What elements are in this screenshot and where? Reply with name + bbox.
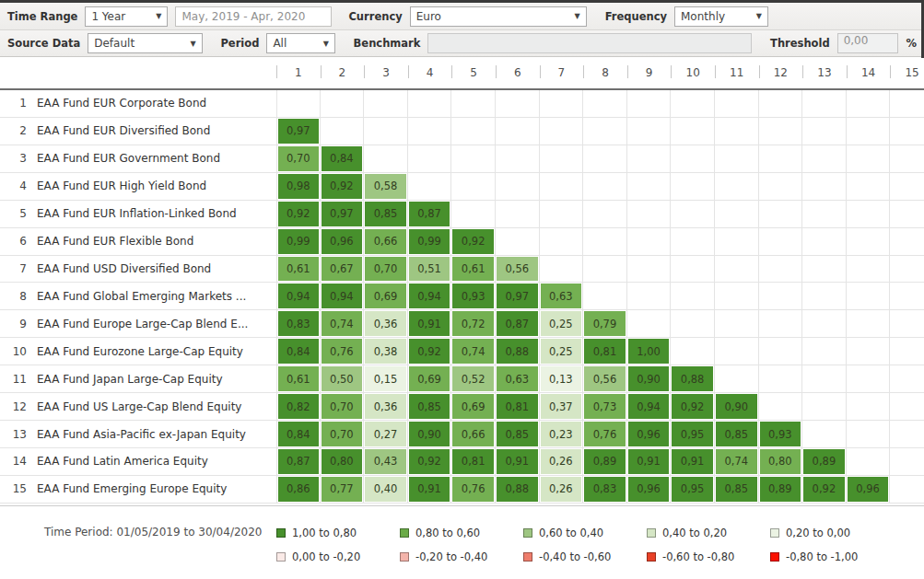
matrix-cell-value: 0,82	[278, 394, 319, 419]
matrix-cell: 0,15	[364, 365, 408, 393]
matrix-cell	[496, 118, 540, 145]
legend-swatch-icon	[276, 552, 286, 562]
matrix-cell	[759, 90, 803, 118]
currency-select[interactable]: Euro ▼	[410, 6, 587, 27]
matrix-row-name: EAA Fund Eurozone Large-Cap Equity	[29, 338, 276, 365]
matrix-cell	[759, 256, 803, 284]
threshold-unit-label: %	[906, 37, 917, 50]
matrix-cell	[802, 421, 847, 448]
legend-label: -0,60 to -0,80	[662, 550, 734, 563]
matrix-cell: 0,91	[408, 476, 452, 504]
matrix-cell-value: 0,81	[497, 394, 538, 419]
date-range-field[interactable]: May, 2019 - Apr, 2020	[175, 6, 332, 27]
matrix-cell: 0,63	[496, 365, 540, 393]
period-select[interactable]: All ▼	[266, 33, 334, 53]
toolbar-primary: Time Range 1 Year ▼ May, 2019 - Apr, 202…	[0, 3, 924, 30]
matrix-row-name: EAA Fund US Large-Cap Blend Equity	[29, 393, 276, 421]
matrix-row-name: EAA Fund EUR Inflation-Linked Bond	[29, 201, 276, 228]
source-data-select[interactable]: Default ▼	[88, 33, 202, 53]
matrix-cell-value: 0,43	[365, 449, 406, 474]
currency-value: Euro	[416, 10, 441, 23]
matrix-cell	[890, 365, 924, 393]
matrix-cell: 0,81	[496, 393, 540, 421]
matrix-cell-value: 0,26	[541, 477, 582, 502]
matrix-cell: 0,93	[451, 283, 496, 310]
matrix-cell: 0,92	[671, 393, 715, 421]
matrix-cell	[540, 201, 584, 228]
matrix-row-number: 3	[0, 145, 29, 173]
matrix-cell-value: 0,36	[365, 394, 406, 419]
matrix-cell: 0,85	[496, 421, 540, 448]
matrix-cell: 0,85	[408, 393, 452, 421]
matrix-cell: 0,89	[583, 448, 627, 476]
matrix-cell: 0,76	[321, 338, 365, 365]
matrix-cell-value: 0,58	[365, 174, 406, 199]
legend-swatch-icon	[400, 528, 409, 538]
matrix-cell	[583, 145, 627, 173]
matrix-cell-value: 0,77	[322, 477, 363, 502]
matrix-cell	[802, 201, 847, 228]
matrix-cell-value: 0,85	[497, 422, 538, 446]
time-range-select[interactable]: 1 Year ▼	[85, 6, 168, 27]
matrix-column-header: 8	[583, 57, 627, 90]
matrix-row-number: 7	[0, 256, 29, 284]
matrix-cell	[802, 283, 847, 310]
matrix-cell-value: 0,61	[278, 257, 319, 282]
matrix-cell	[847, 310, 891, 338]
matrix-cell: 0,92	[408, 448, 452, 476]
matrix-cell	[715, 201, 759, 228]
legend-swatch-icon	[770, 552, 779, 562]
matrix-cell	[802, 228, 847, 256]
legend-item: -0,80 to -1,00	[770, 550, 894, 564]
matrix-column-header: 13	[802, 57, 847, 90]
period-value: All	[273, 37, 287, 50]
matrix-cell-value: 0,91	[409, 477, 450, 502]
period-label: Period	[220, 37, 259, 50]
benchmark-input[interactable]	[427, 33, 752, 53]
matrix-cell-value: 0,74	[322, 311, 363, 336]
matrix-cell: 0,13	[540, 365, 584, 393]
matrix-cell: 0,93	[759, 421, 803, 448]
matrix-cell-value: 0,40	[365, 477, 406, 502]
matrix-cell-value: 0,91	[497, 449, 538, 474]
matrix-cell: 0,70	[321, 421, 365, 448]
currency-label: Currency	[348, 10, 402, 23]
matrix-cell-value: 0,67	[322, 257, 363, 282]
matrix-cell	[847, 145, 891, 173]
matrix-cell-value: 0,87	[278, 449, 319, 474]
frequency-select[interactable]: Monthly ▼	[674, 6, 768, 27]
matrix-cell	[847, 173, 891, 201]
correlation-matrix-app: Time Range 1 Year ▼ May, 2019 - Apr, 202…	[0, 0, 924, 579]
matrix-cell	[627, 283, 672, 310]
matrix-cell	[890, 476, 924, 504]
matrix-cell-value: 0,87	[409, 202, 450, 226]
matrix-cell	[627, 228, 672, 256]
matrix-cell: 0,85	[364, 201, 408, 228]
matrix-cell-value: 0,76	[322, 339, 363, 364]
legend-item: 0,40 to 0,20	[647, 526, 770, 540]
matrix-cell	[759, 365, 803, 393]
matrix-cell-value: 0,83	[278, 311, 319, 336]
matrix-cell: 0,84	[321, 145, 365, 173]
matrix-cell	[671, 310, 715, 338]
matrix-cell-value: 0,89	[760, 477, 801, 502]
matrix-cell: 0,89	[759, 476, 803, 504]
matrix-cell	[890, 338, 924, 365]
source-data-label: Source Data	[7, 37, 80, 50]
matrix-cell-value: 0,80	[322, 449, 363, 474]
matrix-cell	[802, 145, 847, 173]
matrix-cell-value: 0,94	[409, 284, 450, 308]
threshold-input[interactable]: 0,00	[837, 33, 899, 53]
matrix-cell	[802, 118, 847, 145]
matrix-cell-value: 0,95	[672, 477, 713, 502]
matrix-cell-value: 0,84	[322, 146, 363, 171]
matrix-cell-value: 0,92	[672, 394, 713, 419]
matrix-cell	[671, 228, 715, 256]
matrix-cell-value: 1,00	[628, 339, 670, 364]
matrix-cell: 0,76	[583, 421, 627, 448]
matrix-cell	[364, 90, 408, 118]
matrix-cell: 0,56	[496, 256, 540, 284]
matrix-cell	[540, 145, 584, 173]
matrix-column-header: 9	[627, 57, 672, 90]
matrix-row-name: EAA Fund Latin America Equity	[29, 448, 276, 476]
